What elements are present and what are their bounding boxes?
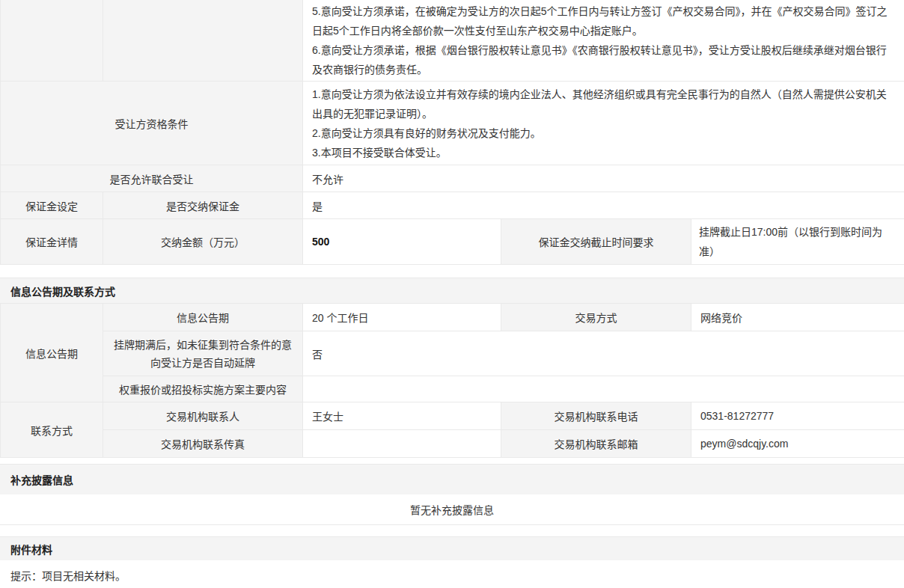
auto-extend-value: 否 [303, 331, 904, 376]
section-gap [0, 458, 904, 464]
contact-person-value: 王女士 [303, 402, 501, 430]
attachments-content-row: 提示：项目无相关材料。 [0, 560, 904, 588]
contact-person-label: 交易机构联系人 [103, 402, 303, 430]
contact-fax-value [303, 430, 501, 458]
commitment-content-cell: 5.意向受让方须承诺，在被确定为受让方的次日起5个工作日内与转让方签订《产权交易… [303, 0, 904, 82]
announcement-contact-table: 信息公告期 信息公告期 20 个工作日 交易方式 网络竞价 挂牌期满后，如未征集… [0, 303, 904, 458]
qualification-label: 受让方资格条件 [1, 82, 303, 165]
deposit-required-value: 是 [303, 192, 904, 219]
qualification-content-cell: 1.意向受让方须为依法设立并有效存续的境内企业法人、其他经济组织或具有完全民事行… [303, 82, 904, 165]
section-gap [0, 265, 904, 278]
contact-phone-value: 0531-81272777 [691, 402, 904, 430]
deposit-detail-row: 保证金详情 交纳金额（万元） 500 保证金交纳截止时间要求 挂牌截止日17:0… [1, 219, 904, 265]
auto-extend-label: 挂牌期满后，如未征集到符合条件的意向受让方是否自动延牌 [103, 331, 303, 376]
qualification-item-2: 2.意向受让方须具有良好的财务状况及支付能力。 [312, 123, 895, 143]
transfer-terms-table: 5.意向受让方须承诺，在被确定为受让方的次日起5个工作日内与转让方签订《产权交易… [0, 0, 904, 265]
joint-transfer-row: 是否允许联合受让 不允许 [1, 165, 904, 192]
supplement-content-text: 暂无补充披露信息 [410, 502, 494, 517]
deposit-setting-row: 保证金设定 是否交纳保证金 是 [1, 192, 904, 219]
contact-group-label: 联系方式 [1, 402, 103, 458]
qualification-item-1: 1.意向受让方须为依法设立并有效存续的境内企业法人、其他经济组织或具有完全民事行… [312, 85, 895, 123]
attachments-section-title: 附件材料 [10, 542, 52, 557]
bid-plan-row: 权重报价或招投标实施方案主要内容 [1, 376, 904, 402]
period-label: 信息公告期 [103, 304, 303, 331]
announcement-section-header: 信息公告期及联系方式 [0, 278, 904, 303]
trade-method-value: 网络竞价 [691, 304, 904, 331]
period-group-label: 信息公告期 [1, 304, 103, 402]
deposit-amount-label: 交纳金额（万元） [103, 219, 303, 265]
supplement-content-row: 暂无补充披露信息 [0, 494, 904, 525]
deposit-deadline-value: 挂牌截止日17:00前（以银行到账时间为准） [691, 219, 904, 265]
commitment-group-cell-empty [1, 0, 103, 82]
deposit-amount-value: 500 [303, 219, 501, 265]
contact-phone-label: 交易机构联系电话 [501, 402, 691, 430]
bid-plan-value [303, 376, 904, 402]
joint-transfer-value: 不允许 [303, 165, 904, 192]
supplement-section-title: 补充披露信息 [10, 472, 73, 487]
auto-extend-row: 挂牌期满后，如未征集到符合条件的意向受让方是否自动延牌 否 [1, 331, 904, 376]
qualification-row: 受让方资格条件 1.意向受让方须为依法设立并有效存续的境内企业法人、其他经济组织… [1, 82, 904, 165]
attachments-section-header: 附件材料 [0, 536, 904, 560]
deposit-required-label: 是否交纳保证金 [103, 192, 303, 219]
period-row: 信息公告期 信息公告期 20 个工作日 交易方式 网络竞价 [1, 304, 904, 331]
trade-method-label: 交易方式 [501, 304, 691, 331]
commitment-item-6: 6.意向受让方须承诺，根据《烟台银行股权转让意见书》《农商银行股权转让意见书》，… [312, 40, 895, 79]
deposit-setting-group-label: 保证金设定 [1, 192, 103, 219]
contact-fax-label: 交易机构联系传真 [103, 430, 303, 458]
commitment-item-5: 5.意向受让方须承诺，在被确定为受让方的次日起5个工作日内与转让方签订《产权交易… [312, 1, 895, 40]
bid-plan-label: 权重报价或招投标实施方案主要内容 [103, 376, 303, 402]
contact-fax-row: 交易机构联系传真 交易机构联系邮箱 peym@sdcqjy.com [1, 430, 904, 458]
commitment-row: 5.意向受让方须承诺，在被确定为受让方的次日起5个工作日内与转让方签订《产权交易… [1, 0, 904, 82]
attachments-content-text: 提示：项目无相关材料。 [10, 568, 126, 583]
qualification-item-3: 3.本项目不接受联合体受让。 [312, 143, 895, 162]
deposit-deadline-label: 保证金交纳截止时间要求 [501, 219, 691, 265]
supplement-section-header: 补充披露信息 [0, 464, 904, 494]
contact-person-row: 联系方式 交易机构联系人 王女士 交易机构联系电话 0531-81272777 [1, 402, 904, 430]
period-value: 20 个工作日 [303, 304, 501, 331]
contact-email-value: peym@sdcqjy.com [691, 430, 904, 458]
commitment-label-cell-empty [103, 0, 303, 82]
section-gap [0, 525, 904, 536]
contact-email-label: 交易机构联系邮箱 [501, 430, 691, 458]
deposit-detail-group-label: 保证金详情 [1, 219, 103, 265]
announcement-section-title: 信息公告期及联系方式 [10, 284, 115, 298]
listing-detail-page: 5.意向受让方须承诺，在被确定为受让方的次日起5个工作日内与转让方签订《产权交易… [0, 0, 904, 588]
joint-transfer-label: 是否允许联合受让 [1, 165, 303, 192]
